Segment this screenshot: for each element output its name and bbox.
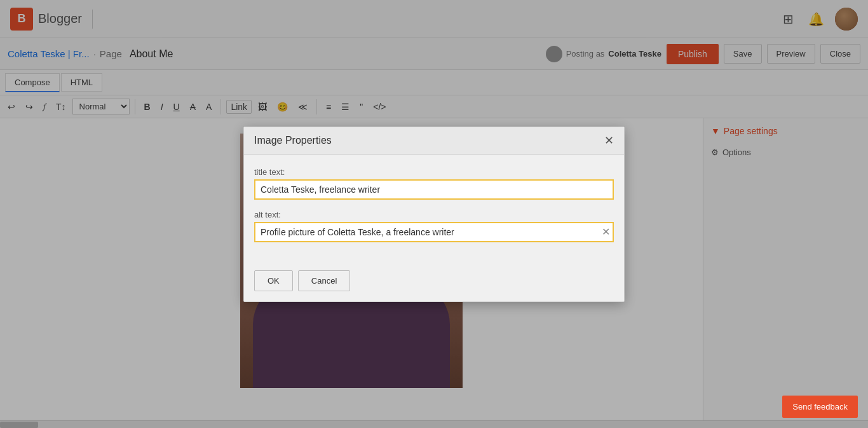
send-feedback-button[interactable]: Send feedback: [782, 396, 858, 418]
modal-title: Image Properties: [254, 135, 332, 146]
alt-text-input[interactable]: [254, 222, 614, 242]
title-text-input[interactable]: [254, 179, 614, 200]
alt-text-group: alt text: ✕: [254, 210, 614, 242]
title-text-label: title text:: [254, 167, 614, 177]
modal-close-button[interactable]: ✕: [604, 135, 614, 146]
modal-header: Image Properties ✕: [244, 127, 624, 155]
ok-button[interactable]: OK: [254, 270, 293, 291]
clear-alt-text-button[interactable]: ✕: [602, 226, 610, 238]
title-text-group: title text:: [254, 167, 614, 200]
modal-body: title text: alt text: ✕: [244, 155, 624, 265]
alt-text-label: alt text:: [254, 210, 614, 219]
modal-footer: OK Cancel: [244, 265, 624, 301]
modal-overlay: Image Properties ✕ title text: alt text:…: [0, 0, 868, 428]
alt-text-field-container: ✕: [254, 222, 614, 242]
image-properties-modal: Image Properties ✕ title text: alt text:…: [243, 127, 625, 302]
cancel-button[interactable]: Cancel: [298, 270, 350, 291]
